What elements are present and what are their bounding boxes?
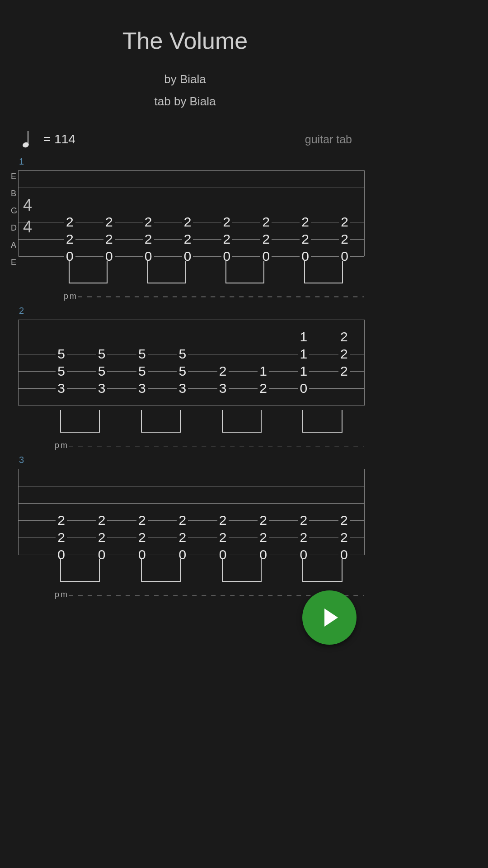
measure[interactable]: 3222222222222222200000000pm– – – – – – –… bbox=[5, 455, 365, 590]
fret-number: 2 bbox=[96, 514, 108, 527]
fret-number: 3 bbox=[56, 382, 67, 395]
fret-number: 2 bbox=[177, 514, 188, 527]
fret-number: 2 bbox=[103, 215, 115, 229]
track-name: guitar tab bbox=[305, 133, 352, 146]
fret-number: 2 bbox=[217, 514, 229, 527]
tab-author: tab by Biala bbox=[0, 94, 370, 108]
fret-number: 1 bbox=[258, 364, 269, 378]
fret-number: 2 bbox=[103, 232, 115, 246]
timesig-top: 4 bbox=[23, 196, 32, 215]
fret-number: 2 bbox=[56, 531, 67, 544]
fret-number: 0 bbox=[298, 382, 310, 395]
fret-number: 2 bbox=[338, 364, 350, 378]
fret-number: 2 bbox=[96, 531, 108, 544]
fret-number: 2 bbox=[339, 215, 350, 229]
measure-number: 2 bbox=[19, 306, 365, 316]
string-label: G bbox=[11, 202, 17, 219]
fret-number: 2 bbox=[260, 215, 272, 229]
fret-number: 5 bbox=[136, 347, 148, 361]
palm-mute-marker: pm– – – – – – – – – – – – – – – – – – – … bbox=[19, 292, 364, 301]
fret-number: 2 bbox=[56, 514, 67, 527]
fret-number: 5 bbox=[96, 347, 108, 361]
string-label: A bbox=[11, 236, 17, 254]
tempo-value: = 114 bbox=[43, 132, 305, 146]
fret-number: 5 bbox=[136, 364, 148, 378]
header: The Volume by Biala tab by Biala bbox=[0, 0, 370, 108]
measure-number: 3 bbox=[19, 455, 365, 465]
string-label: D bbox=[11, 219, 17, 236]
fret-number: 3 bbox=[217, 382, 229, 395]
palm-mute-marker: pm– – – – – – – – – – – – – – – – – – – … bbox=[19, 441, 364, 450]
fret-number: 2 bbox=[143, 215, 154, 229]
fret-number: 2 bbox=[182, 215, 193, 229]
fret-number: 1 bbox=[298, 347, 310, 361]
fret-number: 2 bbox=[221, 215, 233, 229]
fret-number: 2 bbox=[298, 514, 310, 527]
fret-number: 1 bbox=[298, 364, 310, 378]
fret-number: 2 bbox=[136, 531, 148, 544]
song-title: The Volume bbox=[0, 27, 370, 54]
fret-number: 2 bbox=[182, 232, 193, 246]
fret-number: 2 bbox=[258, 531, 269, 544]
measure[interactable]: 212555512555521123333320pm– – – – – – – … bbox=[5, 306, 365, 441]
fret-number: 1 bbox=[298, 330, 310, 344]
tab-staff: 12555512555521123333320pm– – – – – – – –… bbox=[18, 320, 365, 406]
string-label: B bbox=[11, 185, 17, 202]
fret-number: 2 bbox=[221, 232, 233, 246]
string-labels: EBGDAE bbox=[11, 168, 17, 271]
measure[interactable]: 1EBGDAE44222222222222222200000000pm– – –… bbox=[5, 156, 365, 292]
fret-number: 2 bbox=[217, 531, 229, 544]
string-label: E bbox=[11, 254, 17, 271]
fret-number: 2 bbox=[298, 531, 310, 544]
fret-number: 5 bbox=[56, 364, 67, 378]
fret-number: 2 bbox=[143, 232, 154, 246]
fret-number: 2 bbox=[338, 514, 350, 527]
tab-staff: 222222222222222200000000pm– – – – – – – … bbox=[18, 469, 365, 555]
fret-number: 5 bbox=[177, 347, 188, 361]
fret-number: 3 bbox=[177, 382, 188, 395]
fret-number: 2 bbox=[64, 232, 75, 246]
measure-number: 1 bbox=[19, 156, 365, 167]
fret-number: 2 bbox=[300, 215, 311, 229]
string-label: E bbox=[11, 168, 17, 185]
fret-number: 3 bbox=[136, 382, 148, 395]
fret-number: 2 bbox=[339, 232, 350, 246]
fret-number: 2 bbox=[338, 531, 350, 544]
fret-number: 2 bbox=[260, 232, 272, 246]
fret-number: 3 bbox=[96, 382, 108, 395]
tab-staff: 44222222222222222200000000pm– – – – – – … bbox=[18, 170, 365, 256]
fret-number: 5 bbox=[96, 364, 108, 378]
fret-number: 2 bbox=[64, 215, 75, 229]
fret-number: 2 bbox=[300, 232, 311, 246]
fret-number: 5 bbox=[177, 364, 188, 378]
fret-number: 2 bbox=[338, 330, 350, 344]
fret-number: 2 bbox=[258, 382, 269, 395]
fret-number: 2 bbox=[217, 364, 229, 378]
tab-viewport[interactable]: 1EBGDAE44222222222222222200000000pm– – –… bbox=[0, 156, 370, 590]
artist-byline: by Biala bbox=[0, 72, 370, 86]
quarter-note-icon bbox=[23, 131, 32, 147]
fret-number: 2 bbox=[258, 514, 269, 527]
tempo-row: = 114 guitar tab bbox=[0, 108, 370, 156]
fret-number: 2 bbox=[338, 347, 350, 361]
fret-number: 5 bbox=[56, 347, 67, 361]
play-icon bbox=[324, 609, 338, 627]
play-button[interactable] bbox=[302, 590, 357, 645]
fret-number: 2 bbox=[136, 514, 148, 527]
fret-number: 2 bbox=[177, 531, 188, 544]
